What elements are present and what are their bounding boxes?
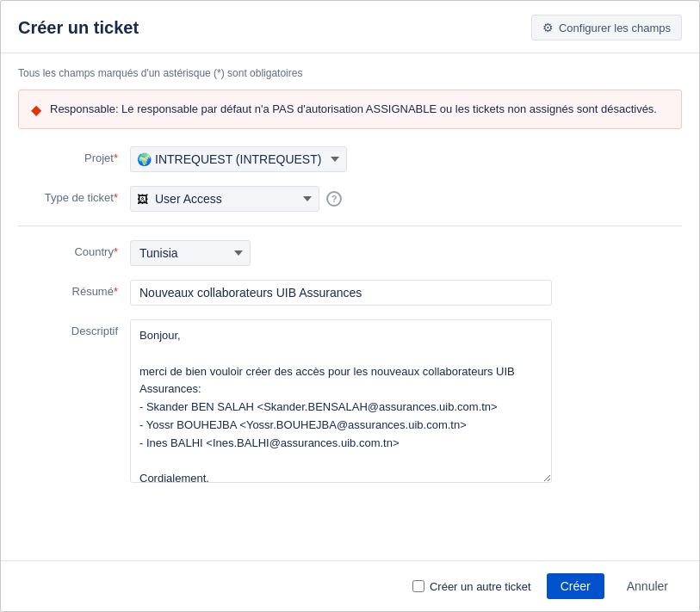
ticket-type-label: Type de ticket* bbox=[18, 186, 130, 204]
configure-fields-button[interactable]: ⚙ Configurer les champs bbox=[531, 15, 682, 40]
form-divider bbox=[18, 226, 682, 226]
project-control: 🌍 INTREQUEST (INTREQUEST) bbox=[130, 146, 682, 172]
project-select-wrapper: 🌍 INTREQUEST (INTREQUEST) bbox=[130, 146, 347, 172]
ticket-type-select-wrapper: 🖼 User Access bbox=[130, 186, 319, 212]
create-another-checkbox[interactable] bbox=[412, 580, 424, 592]
required-notice: Tous les champs marqués d'un astérisque … bbox=[18, 67, 682, 79]
descriptif-textarea[interactable]: Bonjour, merci de bien vouloir créer des… bbox=[130, 319, 552, 483]
configure-fields-label: Configurer les champs bbox=[559, 22, 671, 34]
create-another-label: Créer un autre ticket bbox=[430, 580, 531, 593]
descriptif-label: Descriptif bbox=[18, 319, 130, 337]
ticket-type-select[interactable]: User Access bbox=[130, 186, 319, 212]
create-button[interactable]: Créer bbox=[547, 573, 604, 599]
resume-control bbox=[130, 280, 682, 306]
textarea-wrapper: Bonjour, merci de bien vouloir créer des… bbox=[130, 319, 552, 485]
alert-box: ◆ Responsable: Le responsable par défaut… bbox=[18, 90, 682, 129]
descriptif-row: Descriptif Bonjour, merci de bien vouloi… bbox=[18, 319, 682, 485]
modal-title: Créer un ticket bbox=[18, 18, 139, 38]
project-select[interactable]: INTREQUEST (INTREQUEST) bbox=[130, 146, 347, 172]
project-row: Projet* 🌍 INTREQUEST (INTREQUEST) bbox=[18, 146, 682, 172]
country-label: Country* bbox=[18, 240, 130, 258]
alert-text: Responsable: Le responsable par défaut n… bbox=[50, 101, 657, 118]
ticket-type-control: 🖼 User Access ? bbox=[130, 186, 682, 212]
modal-body: Tous les champs marqués d'un astérisque … bbox=[1, 53, 699, 560]
descriptif-control: Bonjour, merci de bien vouloir créer des… bbox=[130, 319, 682, 485]
ticket-type-row: Type de ticket* 🖼 User Access ? bbox=[18, 186, 682, 212]
resume-row: Résumé* bbox=[18, 280, 682, 306]
create-another-checkbox-label[interactable]: Créer un autre ticket bbox=[412, 580, 531, 593]
country-control: Tunisia France Morocco Algeria bbox=[130, 240, 682, 266]
resume-input[interactable] bbox=[130, 280, 552, 306]
modal-header: Créer un ticket ⚙ Configurer les champs bbox=[1, 1, 699, 53]
country-select[interactable]: Tunisia France Morocco Algeria bbox=[130, 240, 251, 266]
resume-label: Résumé* bbox=[18, 280, 130, 298]
project-label: Projet* bbox=[18, 146, 130, 164]
cancel-button[interactable]: Annuler bbox=[613, 573, 682, 599]
help-icon[interactable]: ? bbox=[326, 191, 342, 207]
modal-footer: Créer un autre ticket Créer Annuler bbox=[1, 560, 699, 611]
gear-icon: ⚙ bbox=[542, 21, 554, 34]
alert-icon: ◆ bbox=[31, 102, 41, 118]
country-row: Country* Tunisia France Morocco Algeria bbox=[18, 240, 682, 266]
